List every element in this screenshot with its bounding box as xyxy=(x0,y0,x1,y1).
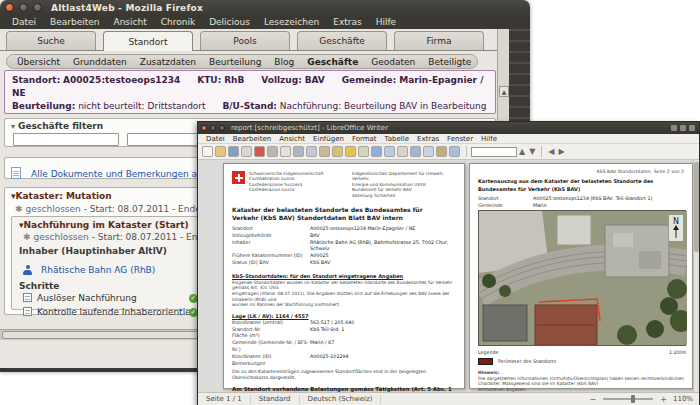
tab-firma[interactable]: Firma xyxy=(394,31,484,50)
menu-item[interactable]: Tabelle xyxy=(385,135,409,143)
gallery-icon[interactable] xyxy=(436,146,447,157)
subtab-blog[interactable]: Blog xyxy=(274,57,294,67)
menu-item[interactable]: Format xyxy=(352,135,377,143)
subtab-grunddaten[interactable]: Grunddaten xyxy=(73,57,127,67)
paste-icon[interactable] xyxy=(319,146,330,157)
confederation-header: Schweizerische EidgenossenschaftConfédér… xyxy=(232,171,456,198)
menu-item[interactable]: Fenster xyxy=(447,135,473,143)
maximize-button[interactable] xyxy=(33,3,42,12)
find-previous-icon[interactable]: ▲ xyxy=(519,147,525,156)
note-line: Die zu den Katastereinträgen zugewiesene… xyxy=(232,369,456,381)
back-icon[interactable]: ◀ xyxy=(548,147,554,156)
zoom-out-icon[interactable]: − xyxy=(590,395,597,404)
menu-item[interactable]: Datei xyxy=(206,135,225,143)
tab-suche[interactable]: Suche xyxy=(6,31,96,50)
beteiligte-input[interactable] xyxy=(13,133,119,146)
subtab-beteiligte[interactable]: Beteiligte xyxy=(428,57,471,67)
minimize-button[interactable] xyxy=(210,125,216,131)
paragraph-line: eingetragen (Stand: 08.07.2011). Die Ang… xyxy=(232,291,456,302)
menu-item[interactable]: Einfügen xyxy=(313,135,344,143)
navigator-icon[interactable] xyxy=(423,146,434,157)
site-info-box: Standort: A00025:testoeops1234 KTU: RhB … xyxy=(4,70,496,114)
inhaber-link[interactable]: Rhätische Bahn AG (RhB) xyxy=(41,265,155,275)
table-row: Status (ID) BAVKbS BAV xyxy=(232,260,456,267)
menu-item[interactable]: Ansicht xyxy=(113,17,146,27)
clock-icon[interactable] xyxy=(671,125,677,131)
find-replace-icon[interactable] xyxy=(410,146,421,157)
subtab-zusatzdaten[interactable]: Zusatzdaten xyxy=(140,57,196,67)
cut-icon[interactable] xyxy=(293,146,304,157)
menu-item[interactable]: Lesezeichen xyxy=(264,17,319,27)
gear-icon: ✱ xyxy=(23,232,31,242)
forward-icon[interactable]: ▶ xyxy=(558,147,564,156)
step-link[interactable]: Kontrolle laufende Inhaberorientierung xyxy=(37,307,212,317)
writer-toolbar: ▲ ▼ ◀ ▶ xyxy=(198,144,699,160)
language-indicator[interactable]: Deutsch (Schweiz) xyxy=(300,395,382,404)
close-button[interactable] xyxy=(5,3,14,12)
section-header: KbS-Standortdaten: für den Standort eing… xyxy=(232,272,456,280)
save-icon[interactable] xyxy=(228,146,239,157)
zoom-slider-knob[interactable] xyxy=(631,395,635,403)
format-paintbrush-icon[interactable] xyxy=(332,146,343,157)
menu-item[interactable]: Bearbeiten xyxy=(233,135,271,143)
firefox-titlebar[interactable]: Altlast4Web - Mozilla Firefox xyxy=(0,0,530,15)
zoom-percent: 110% xyxy=(673,395,693,403)
pdf-export-icon[interactable] xyxy=(254,146,265,157)
mail-icon[interactable] xyxy=(689,125,695,131)
scroll-up-icon[interactable]: ▲ xyxy=(499,86,509,97)
close-button[interactable] xyxy=(201,125,207,131)
page-indicator: Seite 1 / 1 xyxy=(198,395,251,404)
find-next-icon[interactable]: ▼ xyxy=(529,147,535,156)
menu-item[interactable]: Extras xyxy=(333,17,361,27)
sub-tabs: Übersicht Grunddaten Zusatzdaten Beurtei… xyxy=(6,54,478,69)
document-icon xyxy=(11,167,21,179)
menu-item[interactable]: Hilfe xyxy=(481,135,497,143)
find-input[interactable] xyxy=(471,147,517,157)
gear-icon: ✱ xyxy=(15,204,23,214)
menu-item[interactable]: Datei xyxy=(12,17,36,27)
map-info-table: StandortA00025:testoeops1234 (KbS BAV, T… xyxy=(478,196,684,210)
undo-icon[interactable] xyxy=(345,146,356,157)
zoom-slider[interactable] xyxy=(603,398,653,400)
table-row: VollzugsbehördeBAV xyxy=(232,233,456,240)
copy-icon[interactable] xyxy=(306,146,317,157)
open-icon[interactable] xyxy=(215,146,226,157)
scrollbar-thumb[interactable] xyxy=(694,162,699,252)
tab-pools[interactable]: Pools xyxy=(200,31,290,50)
redo-icon[interactable] xyxy=(358,146,369,157)
legende-label: Legende xyxy=(478,350,499,355)
toolbar-separator xyxy=(541,146,542,157)
firefox-menubar: DateiBearbeitenAnsichtChronikDeliciousLe… xyxy=(0,15,530,29)
new-document-icon[interactable] xyxy=(202,146,213,157)
menu-item[interactable]: Hilfe xyxy=(376,17,396,27)
minimize-button[interactable] xyxy=(19,3,28,12)
menu-item[interactable]: Bearbeiten xyxy=(50,17,99,27)
step-link[interactable]: Auslöser Nachführung xyxy=(37,293,137,303)
window-title: report [schreibgeschützt] - LibreOffice … xyxy=(231,124,388,132)
maximize-button[interactable] xyxy=(219,125,225,131)
subtab-geodaten[interactable]: Geodaten xyxy=(371,57,415,67)
email-icon[interactable] xyxy=(241,146,252,157)
table-icon[interactable] xyxy=(384,146,395,157)
status-link[interactable]: geschlossen xyxy=(34,232,89,242)
writer-titlebar[interactable]: report [schreibgeschützt] - LibreOffice … xyxy=(198,122,699,134)
menu-item[interactable]: Chronik xyxy=(161,17,195,27)
tab-geschaefte[interactable]: Geschäfte xyxy=(297,31,387,50)
zoom-in-icon[interactable]: + xyxy=(660,395,667,404)
hyperlink-icon[interactable] xyxy=(371,146,382,157)
subtab-geschaefte[interactable]: Geschäfte xyxy=(307,57,358,67)
page-style[interactable]: Standard xyxy=(251,395,300,404)
draw-functions-icon[interactable] xyxy=(397,146,408,157)
zoom-icon[interactable] xyxy=(449,146,460,157)
tab-standort[interactable]: Standort xyxy=(103,31,193,51)
volume-icon[interactable] xyxy=(680,125,686,131)
subtab-beurteilung[interactable]: Beurteilung xyxy=(209,57,261,67)
menu-item[interactable]: Extras xyxy=(417,135,439,143)
menu-item[interactable]: Ansicht xyxy=(279,135,305,143)
print-icon[interactable] xyxy=(267,146,278,157)
status-link[interactable]: geschlossen xyxy=(26,204,81,214)
vertical-scrollbar[interactable] xyxy=(693,160,699,392)
print-preview-icon[interactable] xyxy=(280,146,291,157)
subtab-uebersicht[interactable]: Übersicht xyxy=(17,57,60,67)
menu-item[interactable]: Delicious xyxy=(209,17,250,27)
